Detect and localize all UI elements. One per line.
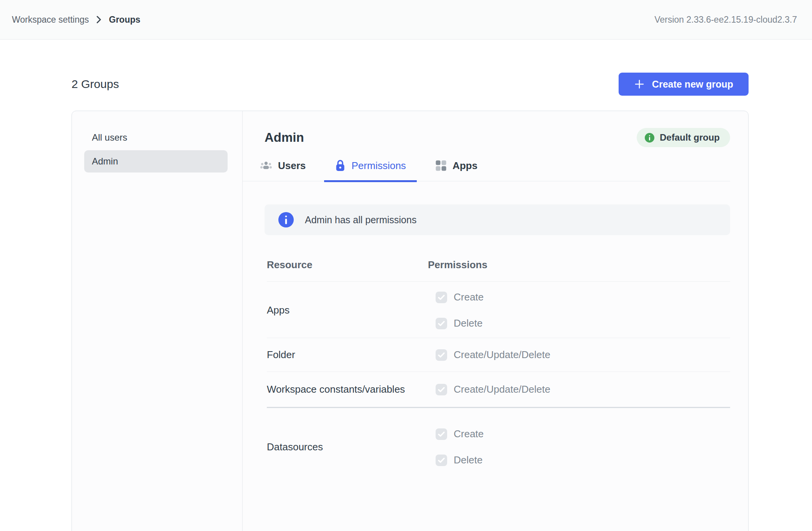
checkbox-datasources-create[interactable] <box>436 428 447 440</box>
group-item-admin[interactable]: Admin <box>84 150 228 173</box>
plus-icon <box>634 79 645 90</box>
breadcrumb-groups: Groups <box>109 15 140 25</box>
resource-label: Workspace constants/variables <box>267 383 436 395</box>
permission-label: Delete <box>454 317 483 329</box>
tab-permissions[interactable]: Permissions <box>324 159 417 182</box>
permission-label: Create <box>454 291 484 303</box>
table-row-datasources: Datasources Create Delete <box>267 408 730 481</box>
tab-permissions-label: Permissions <box>351 160 406 172</box>
resource-label: Folder <box>267 349 436 361</box>
permissions-table: Resource Permissions Apps Create <box>267 259 730 481</box>
apps-grid-icon <box>435 160 447 171</box>
tab-apps-label: Apps <box>453 160 478 172</box>
permission-label: Create/Update/Delete <box>454 349 550 361</box>
create-new-group-button[interactable]: Create new group <box>619 73 749 96</box>
groups-card: All users Admin Admin Default group <box>72 111 749 531</box>
table-row-workspace-constants: Workspace constants/variables Create/Upd… <box>267 372 730 408</box>
default-group-badge: Default group <box>637 128 730 147</box>
tab-bar: Users Permissions <box>243 159 730 181</box>
column-header-resource: Resource <box>267 259 428 271</box>
info-banner-text: Admin has all permissions <box>305 214 416 226</box>
resource-label: Datasources <box>267 441 436 453</box>
lock-icon <box>335 159 346 172</box>
permission-label: Create <box>454 428 484 440</box>
tab-apps[interactable]: Apps <box>424 159 488 182</box>
info-icon <box>645 133 654 143</box>
group-detail-panel: Admin Default group <box>243 111 748 531</box>
default-group-label: Default group <box>660 132 720 143</box>
group-item-label: All users <box>92 132 127 143</box>
breadcrumb: Workspace settings Groups <box>12 15 140 25</box>
group-title: Admin <box>265 130 304 145</box>
groups-count-heading: 2 Groups <box>72 78 119 91</box>
users-icon <box>260 160 272 171</box>
tab-users-label: Users <box>278 160 306 172</box>
resource-label: Apps <box>267 304 436 316</box>
breadcrumb-workspace-settings[interactable]: Workspace settings <box>12 15 89 25</box>
permission-label: Create/Update/Delete <box>454 383 550 395</box>
group-item-all-users[interactable]: All users <box>84 126 228 149</box>
group-list-panel: All users Admin <box>72 111 243 531</box>
create-new-group-label: Create new group <box>652 79 733 90</box>
checkbox-workspace-constants-cud[interactable] <box>436 384 447 395</box>
group-item-label: Admin <box>92 156 118 167</box>
checkbox-datasources-delete[interactable] <box>436 455 447 466</box>
chevron-right-icon <box>96 15 102 24</box>
info-banner: Admin has all permissions <box>265 204 730 235</box>
checkbox-folder-cud[interactable] <box>436 349 447 361</box>
checkbox-apps-delete[interactable] <box>436 318 447 329</box>
table-row-apps: Apps Create Delete <box>267 282 730 338</box>
checkbox-apps-create[interactable] <box>436 292 447 303</box>
tab-users[interactable]: Users <box>249 159 316 182</box>
top-bar: Workspace settings Groups Version 2.33.6… <box>0 0 812 40</box>
permission-label: Delete <box>454 454 483 466</box>
info-icon <box>278 212 294 227</box>
table-row-folder: Folder Create/Update/Delete <box>267 338 730 372</box>
version-label: Version 2.33.6-ee2.15.19-cloud2.3.7 <box>654 15 797 25</box>
column-header-permissions: Permissions <box>428 259 488 271</box>
